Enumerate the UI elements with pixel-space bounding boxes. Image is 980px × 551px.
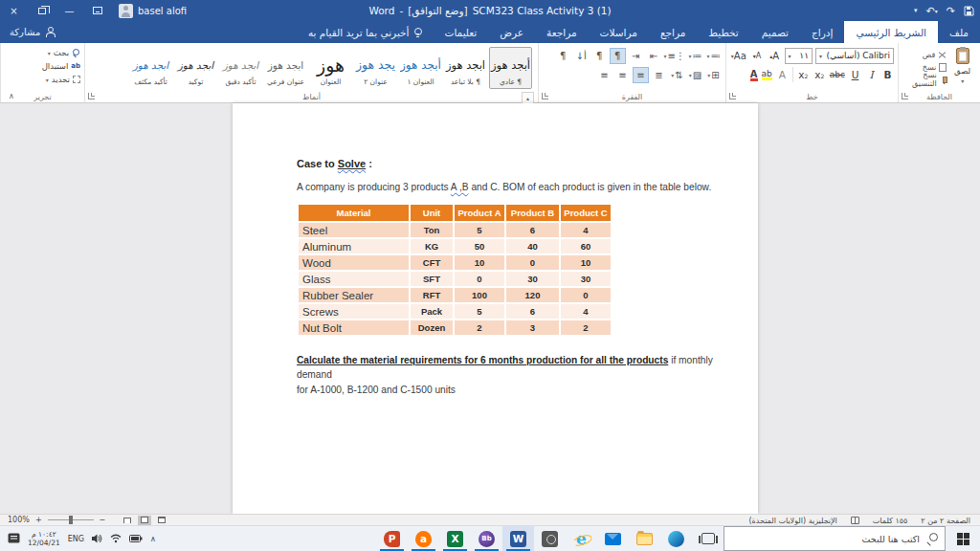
tab-mailings[interactable]: مراسلات: [589, 21, 649, 43]
style-heading2[interactable]: يجد هوزعنوان ٢: [354, 47, 397, 89]
tab-insert[interactable]: إدراج: [800, 21, 844, 43]
style-emphasis[interactable]: ابجد هوزتوكيد: [174, 47, 217, 89]
restore-button[interactable]: [28, 0, 56, 21]
redo-icon[interactable]: ↷: [947, 5, 955, 17]
show-marks-button[interactable]: ¶: [555, 48, 571, 64]
style-heading1[interactable]: أبجد هوزالعنوان ١: [399, 47, 442, 89]
decrease-indent-button[interactable]: ⇤: [646, 48, 662, 64]
tab-file[interactable]: ملف: [938, 21, 980, 43]
increase-indent-button[interactable]: ⇥: [628, 48, 644, 64]
collapse-ribbon-icon[interactable]: ∧: [9, 92, 14, 100]
page-indicator[interactable]: الصفحة ٢ من ٢: [921, 517, 970, 525]
text-effects-button[interactable]: A: [776, 69, 789, 80]
borders-button[interactable]: ⊞▾: [705, 67, 722, 83]
rtl-direction-button[interactable]: ¶: [610, 48, 626, 64]
zoom-slider-thumb[interactable]: [69, 516, 73, 524]
taskbar-app-camera[interactable]: [534, 526, 566, 551]
style-subtle-emphasis[interactable]: ابجد هوزتأكيد دقيق: [219, 47, 262, 89]
strikethrough-button[interactable]: abc: [830, 70, 845, 79]
paste-button[interactable]: لصق ▾: [948, 46, 976, 85]
taskbar-app-excel[interactable]: X: [439, 526, 471, 551]
highlight-color-button[interactable]: ab: [762, 69, 772, 80]
zoom-out-icon[interactable]: −: [100, 516, 106, 524]
tab-review[interactable]: مراجعة: [535, 21, 589, 43]
shading-button[interactable]: ▨▾: [687, 67, 703, 83]
tab-layout[interactable]: تخطيط: [697, 21, 749, 43]
volume-icon[interactable]: [92, 534, 102, 543]
paragraph-dialog-launcher[interactable]: [542, 93, 548, 99]
italic-button[interactable]: I: [865, 69, 878, 80]
close-button[interactable]: ×: [0, 0, 28, 21]
show-hidden-icons-chevron[interactable]: ∧: [150, 535, 156, 543]
style-normal[interactable]: أبجد هوز¶ عادي: [489, 47, 532, 89]
avatar[interactable]: [119, 4, 133, 18]
share-button[interactable]: مشاركة: [10, 21, 56, 43]
battery-icon[interactable]: [129, 535, 143, 542]
bold-button[interactable]: B: [881, 69, 894, 80]
select-button[interactable]: تحديد▾: [5, 73, 80, 86]
sort-button[interactable]: أ↓: [573, 48, 590, 64]
word-count[interactable]: ١٥٥ كلمات: [873, 517, 907, 525]
zoom-level[interactable]: 100%: [8, 516, 30, 524]
taskbar-app-file-explorer[interactable]: [629, 526, 660, 551]
document-page[interactable]: Case to Solve : A company is producing 3…: [233, 103, 758, 514]
justify-button[interactable]: ≣: [651, 67, 667, 83]
zoom-in-icon[interactable]: +: [35, 516, 42, 524]
replace-button[interactable]: abاستبدال: [5, 59, 80, 73]
customize-quick-access-icon[interactable]: ▾: [914, 7, 918, 14]
ribbon-display-options-button[interactable]: [83, 0, 111, 21]
taskbar-search[interactable]: [724, 526, 946, 551]
minimize-button[interactable]: —: [56, 0, 83, 21]
find-button[interactable]: بحث▾: [5, 46, 80, 59]
change-case-button[interactable]: Aa▾: [730, 48, 747, 64]
format-painter-button[interactable]: نسخ التنسيق: [902, 74, 947, 85]
clipboard-dialog-launcher[interactable]: [902, 93, 908, 99]
style-subtitle[interactable]: ابجد هوزعنوان فرعي: [264, 47, 307, 89]
align-right-button[interactable]: ≡: [614, 67, 631, 83]
cut-button[interactable]: قص: [902, 49, 947, 60]
read-mode-button[interactable]: [121, 516, 134, 525]
taskbar-app-edge[interactable]: [660, 526, 692, 551]
styles-dialog-launcher[interactable]: [88, 93, 95, 99]
taskbar-app-avast[interactable]: a: [408, 526, 439, 551]
font-dialog-launcher[interactable]: [729, 93, 736, 99]
style-title[interactable]: هوزالعنوان: [309, 47, 352, 89]
grow-font-button[interactable]: A▴: [768, 48, 782, 64]
taskbar-app-powerpoint[interactable]: P: [376, 526, 408, 551]
proofing-icon[interactable]: [851, 517, 859, 524]
language-switcher[interactable]: ENG: [68, 535, 84, 543]
tell-me-box[interactable]: أخبرني بما تريد القيام به: [297, 21, 434, 43]
line-spacing-button[interactable]: ⇅▾: [669, 67, 685, 83]
save-icon[interactable]: [964, 6, 974, 16]
tab-references[interactable]: مراجع: [649, 21, 697, 43]
subscript-button[interactable]: x2: [813, 69, 826, 80]
shrink-font-button[interactable]: A▾: [750, 48, 765, 64]
superscript-button[interactable]: x2: [797, 69, 810, 80]
numbering-button[interactable]: ≕▾: [687, 48, 703, 64]
tab-home[interactable]: الشريط الرئيسي: [844, 21, 938, 43]
underline-button[interactable]: U: [849, 69, 861, 80]
search-input[interactable]: [724, 526, 946, 551]
taskbar-app-task-view[interactable]: [692, 526, 724, 551]
ltr-direction-button[interactable]: ¶: [591, 48, 608, 64]
notification-center-icon[interactable]: [8, 533, 20, 544]
taskbar-app-word[interactable]: W: [502, 526, 534, 551]
bullets-button[interactable]: ≔▾: [705, 48, 722, 64]
font-size-select[interactable]: ١١▾: [785, 48, 813, 64]
font-color-button[interactable]: A: [750, 69, 758, 81]
taskbar-app-internet-explorer[interactable]: e: [566, 526, 597, 551]
tab-view[interactable]: عرض: [488, 21, 535, 43]
style-intense-emphasis[interactable]: ابجد هوزتأكيد مكثف: [129, 47, 172, 89]
web-layout-button[interactable]: [155, 516, 168, 525]
taskbar-app-blackboard[interactable]: Bb: [471, 526, 502, 551]
start-button[interactable]: [946, 526, 980, 551]
font-name-select[interactable]: Calibri (أساسي)▾: [815, 48, 894, 64]
align-left-button[interactable]: ≡: [596, 67, 612, 83]
wifi-icon[interactable]: [110, 534, 122, 543]
taskbar-app-mail[interactable]: [597, 526, 629, 551]
align-center-button[interactable]: ≡: [633, 67, 649, 83]
tab-help[interactable]: تعليمات: [434, 21, 489, 43]
style-no-spacing[interactable]: ابجد هوز¶ بلا تباعد: [444, 47, 487, 89]
zoom-slider[interactable]: [48, 519, 94, 520]
tab-design[interactable]: تصميم: [750, 21, 800, 43]
